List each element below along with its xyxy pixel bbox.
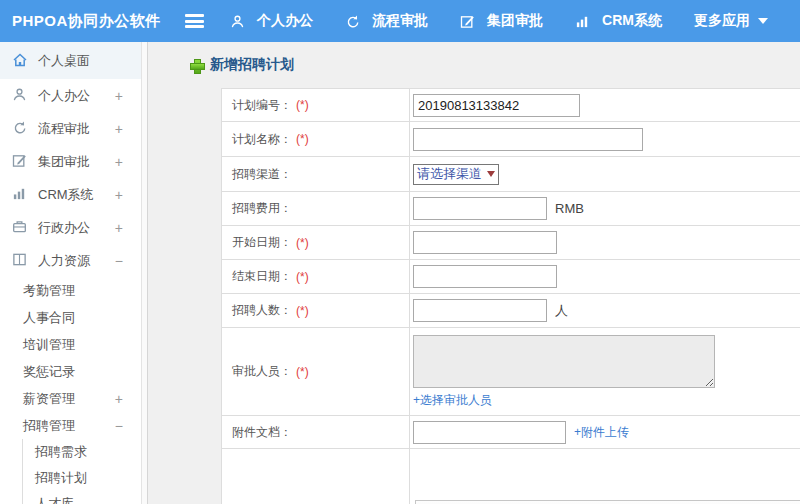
chart-icon [12, 186, 29, 203]
sidebar-scrollbar[interactable] [141, 42, 148, 504]
form-row: 计划名称：(*) [222, 122, 800, 157]
sidebar-item-label: 培训管理 [23, 336, 75, 354]
app-title: PHPOA协同办公软件 [0, 12, 175, 31]
form-row-value: 人 [410, 294, 800, 327]
chart-icon [575, 14, 596, 29]
sidebar-item[interactable]: 流程审批+ [0, 112, 141, 145]
approver-textarea[interactable] [413, 335, 715, 388]
sidebar-item[interactable]: 个人桌面 [0, 42, 141, 79]
required-mark: (*) [296, 365, 309, 379]
form-row-value [410, 226, 800, 259]
text-input[interactable] [413, 299, 547, 322]
text-input[interactable] [413, 231, 557, 254]
form-row-label: 审批人员：(*) [222, 328, 410, 415]
sidebar-item[interactable]: 考勤管理 [0, 277, 141, 304]
form-row-label: 招聘渠道： [222, 157, 410, 191]
field-label: 招聘费用： [232, 200, 292, 217]
topnav-item[interactable]: 流程审批 [345, 12, 428, 30]
field-label: 开始日期： [232, 234, 292, 251]
topnav-item-label: 集团审批 [487, 12, 543, 30]
topnav-item[interactable]: CRM系统 [575, 12, 662, 30]
book-icon [12, 252, 29, 269]
workflow-icon [12, 120, 29, 137]
text-input[interactable] [413, 197, 547, 220]
rich-text-editor: HTML↶↷BIUAABCX²X₂66TAab自定义标题段落格式字体字号 [415, 500, 800, 504]
sidebar-item-label: 人事合同 [23, 309, 75, 327]
expand-icon[interactable]: + [115, 187, 123, 203]
sidebar-item-label: 招聘管理 [23, 417, 75, 435]
select-caret-icon [487, 171, 495, 177]
sidebar-item-label: 个人办公 [38, 87, 90, 105]
topnav-item-label: CRM系统 [602, 12, 662, 30]
recruitment-plan-form: 计划编号：(*)计划名称：(*)招聘渠道：请选择渠道招聘费用：RMB开始日期：(… [221, 88, 800, 504]
sidebar-item[interactable]: 薪资管理+ [0, 385, 141, 412]
sidebar-item[interactable]: 个人办公+ [0, 79, 141, 112]
form-row-label: 招聘费用： [222, 192, 410, 225]
collapse-icon[interactable]: − [115, 253, 123, 269]
text-input[interactable] [413, 421, 566, 444]
expand-icon[interactable]: + [115, 220, 123, 236]
expand-icon[interactable]: + [115, 121, 123, 137]
sidebar-item[interactable]: 奖惩记录 [0, 358, 141, 385]
form-row: HTML↶↷BIUAABCX²X₂66TAab自定义标题段落格式字体字号 [222, 449, 800, 504]
sidebar-item-label: 流程审批 [38, 120, 90, 138]
form-row-label: 计划编号：(*) [222, 89, 410, 121]
text-input[interactable] [413, 94, 580, 117]
sidebar-item[interactable]: 集团审批+ [0, 145, 141, 178]
expand-icon[interactable]: + [115, 391, 123, 407]
sidebar-item[interactable]: 招聘需求 [22, 439, 141, 465]
required-mark: (*) [296, 270, 309, 284]
topnav-item-label: 更多应用 [694, 12, 750, 30]
topnav-item[interactable]: 集团审批 [460, 12, 543, 30]
sidebar-item[interactable]: 行政办公+ [0, 211, 141, 244]
sidebar-item-label: 人力资源 [38, 252, 90, 270]
form-row-value: +选择审批人员 [410, 328, 800, 415]
sidebar-item[interactable]: 人力资源− [0, 244, 141, 277]
menu-toggle-icon[interactable] [185, 14, 204, 28]
form-row-label: 附件文档： [222, 416, 410, 448]
sidebar-item-label: 招聘需求 [35, 443, 87, 461]
workflow-icon [345, 14, 366, 29]
sidebar-item[interactable]: 招聘计划 [22, 465, 141, 491]
form-row-value [410, 122, 800, 156]
sidebar-item-label: 考勤管理 [23, 282, 75, 300]
text-input[interactable] [413, 265, 557, 288]
field-label: 招聘渠道： [232, 166, 292, 183]
form-row: 招聘费用：RMB [222, 192, 800, 226]
expand-icon[interactable]: + [115, 88, 123, 104]
sidebar-item-label: 行政办公 [38, 219, 90, 237]
sidebar-item-label: 奖惩记录 [23, 363, 75, 381]
sidebar-item[interactable]: 培训管理 [0, 331, 141, 358]
topnav-item[interactable]: 更多应用 [694, 12, 768, 30]
text-input[interactable] [413, 128, 643, 151]
form-row-label: 计划名称：(*) [222, 122, 410, 156]
sidebar-item[interactable]: 人才库 [22, 491, 141, 504]
form-row-value [410, 89, 800, 121]
page-title: 新增招聘计划 [210, 56, 294, 74]
field-label: 审批人员： [232, 363, 292, 380]
field-label: 招聘人数： [232, 302, 292, 319]
sidebar-item[interactable]: 人事合同 [0, 304, 141, 331]
form-row: 计划编号：(*) [222, 89, 800, 122]
select-approver-link[interactable]: +选择审批人员 [413, 392, 492, 409]
sidebar-item-label: 薪资管理 [23, 390, 75, 408]
sidebar-item-label: CRM系统 [38, 186, 94, 204]
form-row-value: 请选择渠道 [410, 157, 800, 191]
form-row: 附件文档：+附件上传 [222, 416, 800, 449]
select-value: 请选择渠道 [417, 165, 482, 183]
sidebar-item-label: 个人桌面 [38, 52, 90, 70]
attachment-upload-link[interactable]: +附件上传 [574, 424, 629, 441]
top-navigation: 个人办公流程审批集团审批CRM系统更多应用 [230, 12, 800, 30]
required-mark: (*) [296, 304, 309, 318]
page-title-bar: 新增招聘计划 [190, 56, 294, 74]
user-icon [230, 14, 251, 29]
form-row-value [410, 260, 800, 293]
sidebar-item[interactable]: 招聘管理− [0, 412, 141, 439]
collapse-icon[interactable]: − [115, 418, 123, 434]
unit-label: RMB [555, 201, 584, 216]
channel-select[interactable]: 请选择渠道 [413, 164, 499, 185]
form-row-label: 招聘人数：(*) [222, 294, 410, 327]
sidebar-item[interactable]: CRM系统+ [0, 178, 141, 211]
topnav-item[interactable]: 个人办公 [230, 12, 313, 30]
expand-icon[interactable]: + [115, 154, 123, 170]
